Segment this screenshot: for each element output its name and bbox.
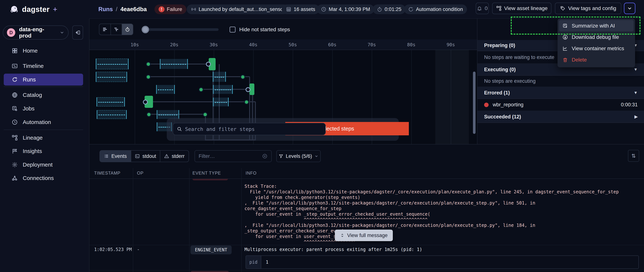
event-info: Multiprocess executor: parent process ex… [244, 247, 422, 252]
assets-badge[interactable]: 16 assets [282, 4, 320, 14]
gantt-zoom-slider-track[interactable] [145, 28, 218, 31]
gantt-highlight-band [435, 50, 469, 144]
sidebar-item-automation[interactable]: Automation [4, 116, 83, 128]
gantt-step-skipped[interactable] [213, 98, 229, 106]
stopwatch-view-icon [125, 27, 130, 32]
run-actions-menu: Summarize with AI Download debug file Vi… [558, 19, 635, 67]
gantt-connector-ring [246, 87, 250, 92]
view-asset-lineage-button[interactable]: View asset lineage [492, 2, 552, 14]
clear-filter-icon[interactable] [262, 153, 268, 159]
automation-badge[interactable]: Automation condition [404, 4, 467, 14]
gantt-tick-label: 50s [288, 42, 297, 47]
event-timestamp: 1:02:05.523 PM [94, 247, 132, 252]
brand-plus: + [53, 5, 57, 13]
sidebar-item-deployment[interactable]: Deployment [4, 159, 83, 171]
sidebar-item-runs[interactable]: Runs [4, 74, 83, 86]
step-duration: 0:00:31 [621, 102, 638, 108]
tab-label: Events [112, 153, 127, 159]
section-succeeded[interactable]: Succeeded (12) ▶ [478, 111, 644, 123]
gantt-connector-dot [199, 87, 204, 92]
sidebar-item-jobs[interactable]: Jobs [4, 103, 83, 115]
event-type-badge: ENGINE_EVENT [190, 245, 232, 254]
gantt-scrollbar[interactable] [473, 72, 476, 134]
notifications-button[interactable]: 0 [476, 2, 489, 14]
status-label: Failure [167, 6, 182, 12]
chevron-collapsed-icon: ▶ [634, 114, 638, 119]
section-errored[interactable]: Errored (1) ▼ [478, 87, 644, 99]
gantt-view-mode-toggle [99, 24, 133, 35]
step-search-input[interactable]: Search and filter steps [173, 123, 326, 135]
automation-label: Automation condition [416, 6, 463, 12]
step-failure-badge-clipped [192, 179, 228, 180]
dagster-logo[interactable]: dagster + [10, 0, 57, 19]
sidebar-item-insights[interactable]: Insights [4, 145, 83, 157]
breadcrumb-runs-link[interactable]: Runs [98, 6, 113, 13]
tab-events[interactable]: Events [100, 150, 131, 162]
gantt-controls: Hide not started steps [90, 19, 477, 39]
levels-dropdown[interactable]: Levels (5/6) [276, 150, 321, 162]
gantt-step-skipped[interactable] [160, 59, 188, 69]
sidebar-item-home[interactable]: Home [4, 45, 83, 57]
sidebar-item-lineage[interactable]: Lineage [4, 132, 83, 144]
hide-not-started-checkbox[interactable]: Hide not started steps [230, 27, 290, 32]
chevron-expanded-icon: ▼ [634, 67, 638, 72]
sidebar-item-catalog[interactable]: Catalog [4, 89, 83, 101]
events-panel: Events stdout stderr Filter… Levels (5/6… [90, 144, 644, 272]
menu-item-delete[interactable]: Delete [559, 54, 634, 65]
gantt-step-not-started[interactable] [96, 97, 125, 107]
executing-empty-row: No steps are executing [478, 76, 644, 87]
run-actions-caret-button[interactable] [624, 2, 636, 14]
gantt-step-not-started[interactable] [97, 110, 127, 119]
start-time-badge: Mar 4, 1:00:39 PM [317, 4, 374, 14]
gantt-step-not-started[interactable] [96, 72, 127, 82]
tab-stdout[interactable]: stdout [131, 150, 160, 162]
workspace-name: data-eng-prod [19, 26, 56, 39]
gantt-connector-dot [146, 75, 151, 79]
tag-icon [560, 5, 566, 11]
octopus-logo-icon [10, 5, 19, 14]
gantt-step-not-started[interactable] [96, 59, 128, 69]
funnel-icon [278, 154, 284, 159]
sidebar-item-timeline[interactable]: Timeline [4, 60, 83, 72]
brand-name: dagster [22, 5, 50, 13]
hide-not-started-label: Hide not started steps [239, 27, 290, 32]
errored-step-row[interactable]: wbr_reporting 0:00:31 [478, 99, 644, 111]
view-tags-config-button[interactable]: View tags and config [555, 2, 621, 14]
event-metadata-table: pid 1 [246, 256, 639, 269]
gantt-step-skipped[interactable] [156, 85, 175, 94]
sidebar-item-label: Connections [23, 175, 54, 181]
tab-stderr[interactable]: stderr [160, 150, 188, 162]
gantt-tick-label: 10s [130, 42, 139, 47]
menu-item-summarize-ai[interactable]: Summarize with AI [559, 20, 634, 31]
gantt-tick-label: 40s [249, 42, 257, 47]
tab-label: stdout [142, 153, 156, 159]
search-icon [177, 127, 182, 132]
view-full-message-button[interactable]: View full message [335, 230, 393, 241]
expand-rows-button[interactable]: ⇅ [628, 150, 639, 162]
gantt-step-skipped[interactable] [213, 85, 233, 94]
gantt-zoom-slider-knob[interactable] [142, 26, 149, 33]
download-icon [562, 34, 568, 40]
metrics-chart-icon [562, 46, 568, 51]
launched-by-badge[interactable]: Launched by default_aut…tion_sensor [187, 4, 289, 14]
sidebar-divider [4, 130, 83, 130]
assets-count-label: 16 assets [294, 6, 315, 12]
step-progress-dashes [98, 77, 126, 78]
view-timed-button[interactable] [122, 24, 133, 35]
step-progress-dashes [98, 115, 125, 115]
log-filter-input[interactable]: Filter… [194, 150, 272, 162]
menu-item-container-metrics[interactable]: View container metrics [559, 43, 634, 54]
sidebar-item-connections[interactable]: Connections [4, 172, 83, 184]
gantt-connector-line [148, 76, 250, 77]
sidebar: D data-eng-prod Home Timeline Runs Catal… [0, 19, 90, 272]
view-waterfall-button[interactable] [110, 24, 122, 35]
workspace-selector[interactable]: D data-eng-prod [3, 25, 68, 40]
collapse-sidebar-button[interactable] [72, 25, 83, 40]
gantt-step-skipped[interactable] [157, 110, 179, 119]
view-flat-button[interactable] [99, 24, 110, 35]
menu-item-download-debug[interactable]: Download debug file [559, 31, 634, 43]
tab-label: stderr [172, 153, 184, 159]
error-dot-icon [484, 103, 488, 107]
automation-condition-icon [408, 6, 414, 12]
gantt-step-skipped[interactable] [213, 72, 226, 82]
